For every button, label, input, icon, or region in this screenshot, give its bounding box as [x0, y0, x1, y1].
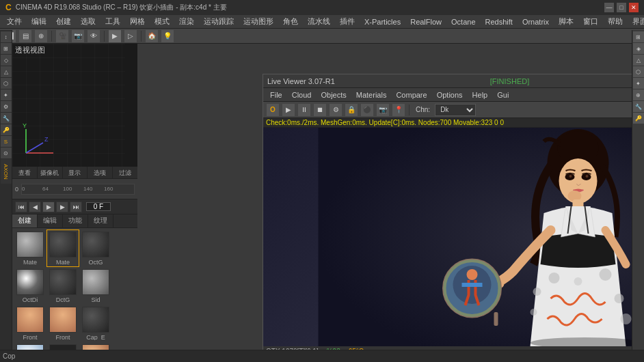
menu-mode[interactable]: 模式	[150, 15, 174, 28]
menu-tools[interactable]: 工具	[101, 15, 124, 28]
material-item-front2[interactable]: Front	[46, 305, 79, 342]
tab-camera[interactable]: 摄像机	[38, 167, 63, 178]
menu-octane[interactable]: Octane	[447, 16, 479, 27]
close-button[interactable]: ✕	[629, 3, 639, 12]
go-next-button[interactable]: ▶	[56, 201, 68, 212]
menu-script[interactable]: 脚本	[554, 15, 578, 28]
menu-select[interactable]: 选取	[77, 15, 100, 28]
toolbar-btn-6[interactable]: 👁	[87, 29, 100, 43]
right-icon-8[interactable]: 🔑	[633, 113, 644, 124]
menu-ornatrix[interactable]: Ornatrix	[518, 16, 553, 27]
lv-menu-cloud[interactable]: Cloud	[288, 89, 316, 100]
tool-icon-1[interactable]: ↕	[1, 31, 12, 42]
mat-tab-texture[interactable]: 纹理	[88, 214, 113, 227]
material-item-cape[interactable]: Cap_E	[79, 305, 112, 342]
tab-filter[interactable]: 过滤	[113, 167, 137, 178]
material-item-mate2[interactable]: Mate	[46, 229, 79, 267]
tab-view[interactable]: 查看	[12, 167, 38, 178]
go-prev-button[interactable]: ◀	[29, 201, 41, 212]
toolbar-scene[interactable]: 🏠	[145, 29, 159, 43]
right-icon-4[interactable]: ⬡	[633, 66, 644, 77]
tab-display[interactable]: 显示	[63, 167, 88, 178]
lv-btn-camera[interactable]: 📷	[376, 103, 390, 117]
menu-mesh[interactable]: 网格	[126, 15, 149, 28]
menu-plugins[interactable]: 插件	[336, 15, 359, 28]
right-icon-3[interactable]: △	[633, 55, 644, 66]
lv-btn-settings[interactable]: ⚙	[329, 103, 343, 117]
lv-menu-compare[interactable]: Compare	[392, 89, 431, 100]
menu-pipeline[interactable]: 流水线	[304, 15, 334, 28]
mat-tab-function[interactable]: 功能	[63, 214, 88, 227]
right-icon-6[interactable]: ⊕	[633, 89, 644, 100]
menu-mograph[interactable]: 运动图形	[239, 15, 278, 28]
lv-render-viewport[interactable]	[263, 128, 644, 346]
menu-xparticles[interactable]: X-Particles	[360, 16, 405, 27]
tab-options[interactable]: 选项	[88, 167, 113, 178]
toolbar-render[interactable]: ▶	[108, 29, 122, 43]
lv-btn-stop[interactable]: ⏹	[313, 103, 327, 117]
mat-tab-edit[interactable]: 编辑	[38, 214, 63, 227]
tool-icon-5[interactable]: ⬡	[1, 78, 12, 89]
tool-icon-s[interactable]: S	[1, 136, 12, 147]
tool-icon-9[interactable]: 🔑	[1, 124, 12, 135]
tool-icon-8[interactable]: 🔧	[1, 113, 12, 124]
tool-icon-3[interactable]: ◇	[1, 55, 12, 66]
menu-realflow[interactable]: RealFlow	[406, 16, 446, 27]
maximize-button[interactable]: □	[617, 3, 626, 12]
material-item-sid[interactable]: Sid	[79, 267, 112, 305]
menu-motion-tracking[interactable]: 运动跟踪	[200, 15, 238, 28]
lv-btn-pause[interactable]: ⏸	[297, 103, 311, 117]
timeline-ruler[interactable]: 0 64 100 140 160	[21, 184, 135, 195]
menu-create[interactable]: 创建	[52, 15, 75, 28]
toolbar-btn-5[interactable]: 📷	[71, 29, 85, 43]
menu-character[interactable]: 角色	[279, 15, 302, 28]
lv-btn-play[interactable]: ▶	[282, 103, 295, 117]
tool-icon-6[interactable]: ✦	[1, 89, 12, 100]
right-icon-5[interactable]: ✦	[633, 78, 644, 89]
menu-help[interactable]: 帮助	[604, 15, 627, 28]
menu-edit[interactable]: 编辑	[27, 15, 51, 28]
toolbar-btn-4[interactable]: 🎥	[55, 29, 69, 43]
menu-render[interactable]: 渲染	[175, 15, 198, 28]
toolbar-render2[interactable]: ▷	[124, 29, 137, 43]
tool-icon-4[interactable]: △	[1, 66, 12, 77]
right-icon-1[interactable]: ⊞	[633, 31, 644, 42]
lv-menu-help[interactable]: Help	[468, 89, 492, 100]
menu-file[interactable]: 文件	[3, 15, 26, 28]
lv-btn-pin[interactable]: 📍	[392, 103, 405, 117]
toolbar-btn-2[interactable]: ▤	[18, 29, 32, 43]
lv-btn-logo[interactable]: O	[266, 103, 280, 117]
viewport-area[interactable]: 透视视图 X Y Z	[12, 44, 137, 167]
menu-interface[interactable]: 界面	[628, 15, 644, 28]
menu-window[interactable]: 窗口	[579, 15, 602, 28]
right-icon-7[interactable]: 🔧	[633, 101, 644, 112]
frame-input[interactable]	[86, 202, 111, 211]
status-cop: Cop	[3, 352, 15, 360]
lv-toolbar: O ▶ ⏸ ⏹ ⚙ 🔒 ⚫ 📷 📍 Chn: Dk Beauty Alpha	[263, 102, 644, 118]
mat-tab-create[interactable]: 创建	[12, 214, 38, 227]
minimize-button[interactable]: —	[604, 3, 614, 12]
lv-menu-file[interactable]: File	[266, 89, 286, 100]
lv-menu-gui[interactable]: Gui	[493, 89, 513, 100]
toolbar-btn-3[interactable]: ⊕	[34, 29, 48, 43]
go-start-button[interactable]: ⏮	[15, 201, 27, 212]
play-button[interactable]: ▶	[42, 201, 55, 212]
lv-chn-select[interactable]: Dk Beauty Alpha	[435, 104, 476, 116]
tool-icon-10[interactable]: ⊙	[1, 148, 12, 158]
material-item-dctg[interactable]: DctG	[46, 267, 79, 305]
right-icon-2[interactable]: ◈	[633, 43, 644, 54]
lv-btn-lock[interactable]: 🔒	[345, 103, 358, 117]
material-item-octg[interactable]: OctG	[79, 229, 112, 267]
material-item-front1[interactable]: Front	[14, 305, 46, 342]
lv-menu-options[interactable]: Options	[433, 89, 467, 100]
toolbar-light[interactable]: 💡	[161, 29, 174, 43]
lv-menu-objects[interactable]: Objects	[317, 89, 350, 100]
tool-icon-7[interactable]: ⚙	[1, 101, 12, 112]
material-item-octdi[interactable]: OctDi	[14, 267, 46, 305]
menu-redshift[interactable]: Redshift	[481, 16, 517, 27]
tool-icon-2[interactable]: ⊞	[1, 43, 12, 54]
lv-btn-circle[interactable]: ⚫	[360, 103, 374, 117]
go-end-button[interactable]: ⏭	[70, 201, 82, 212]
material-item-mate1[interactable]: Mate	[14, 229, 46, 267]
lv-menu-materials[interactable]: Materials	[352, 89, 391, 100]
